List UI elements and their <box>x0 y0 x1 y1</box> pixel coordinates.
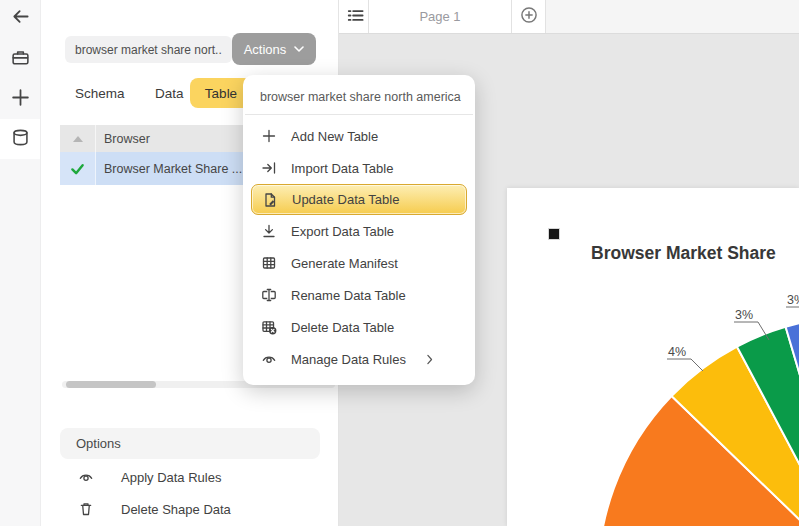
menu-item-delete-data-table[interactable]: Delete Data Table <box>251 311 467 343</box>
plus-icon <box>261 128 278 144</box>
pie-chart[interactable]: 4%3%3% <box>507 188 799 526</box>
database-icon <box>11 128 30 151</box>
check-icon <box>70 162 85 176</box>
search-input[interactable] <box>65 36 232 63</box>
options-header: Options <box>60 428 320 459</box>
table-actions-menu: browser market share north america Add N… <box>243 75 475 385</box>
menu-item-label: Import Data Table <box>291 161 393 176</box>
option-label: Apply Data Rules <box>121 470 221 485</box>
menu-item-label: Delete Data Table <box>291 320 394 335</box>
tab-schema[interactable]: Schema <box>75 86 125 101</box>
rename-icon <box>261 287 278 303</box>
pages-list-icon <box>346 6 365 29</box>
eye-icon <box>261 351 278 367</box>
toolbar-toolbox-button[interactable] <box>0 39 40 79</box>
tab-table-label: Table <box>205 86 237 101</box>
chevron-right-icon <box>423 353 436 366</box>
menu-item-export-data-table[interactable]: Export Data Table <box>251 215 467 247</box>
plus-circle-icon <box>520 6 538 28</box>
menu-item-label: Add New Table <box>291 129 378 144</box>
menu-item-label: Generate Manifest <box>291 256 398 271</box>
toolbox-icon <box>11 48 30 71</box>
option-delete-shape-data[interactable]: Delete Shape Data <box>60 494 320 524</box>
actions-button[interactable]: Actions <box>232 33 316 65</box>
add-plus-icon <box>11 88 30 111</box>
tab-data[interactable]: Data <box>155 86 184 101</box>
actions-button-label: Actions <box>244 42 287 57</box>
download-icon <box>261 223 278 239</box>
scrollbar-thumb[interactable] <box>66 381 156 388</box>
document-page[interactable]: Browser Market Share 4%3%3% <box>507 188 799 526</box>
menu-item-add-new-table[interactable]: Add New Table <box>251 120 467 152</box>
page-tab-bar: Page 1 <box>338 0 799 34</box>
file-edit-icon <box>262 192 279 208</box>
menu-item-generate-manifest[interactable]: Generate Manifest <box>251 247 467 279</box>
trash-icon <box>78 501 95 517</box>
add-page-button[interactable] <box>512 0 545 33</box>
menu-item-label: Rename Data Table <box>291 288 406 303</box>
eye-icon <box>78 469 95 485</box>
menu-divider <box>245 114 473 115</box>
option-label: Delete Shape Data <box>121 502 231 517</box>
toolbar-back-arrow-button[interactable] <box>0 0 40 38</box>
menu-item-label: Update Data Table <box>292 192 399 207</box>
menu-item-manage-data-rules[interactable]: Manage Data Rules <box>251 343 467 375</box>
pages-list-button[interactable] <box>342 4 368 30</box>
menu-item-rename-data-table[interactable]: Rename Data Table <box>251 279 467 311</box>
table-header-check-col[interactable] <box>60 125 96 152</box>
toolbar-database-button[interactable] <box>0 119 40 159</box>
menu-item-label: Export Data Table <box>291 224 394 239</box>
table-delete-icon <box>261 319 278 335</box>
label-leader-line <box>786 307 799 321</box>
sort-up-icon <box>73 136 83 142</box>
row-check-cell[interactable] <box>60 152 96 185</box>
back-arrow-icon <box>11 7 30 30</box>
slice-percentage-label: 3% <box>787 293 799 307</box>
menu-item-import-data-table[interactable]: Import Data Table <box>251 152 467 184</box>
column-header-label: Browser <box>104 132 150 146</box>
slice-percentage-label: 3% <box>735 308 753 322</box>
menu-item-update-data-table[interactable]: Update Data Table <box>251 184 467 215</box>
page-tab-label: Page 1 <box>419 9 460 24</box>
table-grid-icon <box>261 255 278 271</box>
page-bar-spacer <box>545 0 799 33</box>
menu-title: browser market share north america <box>243 75 475 114</box>
menu-item-label: Manage Data Rules <box>291 352 406 367</box>
chevron-down-icon <box>294 46 304 52</box>
left-toolbar <box>0 0 41 526</box>
page-tab[interactable]: Page 1 <box>368 0 512 33</box>
import-icon <box>261 160 278 176</box>
option-apply-data-rules[interactable]: Apply Data Rules <box>60 462 320 492</box>
slice-percentage-label: 4% <box>668 345 686 359</box>
toolbar-add-plus-button[interactable] <box>0 79 40 119</box>
label-leader-line <box>667 359 703 371</box>
